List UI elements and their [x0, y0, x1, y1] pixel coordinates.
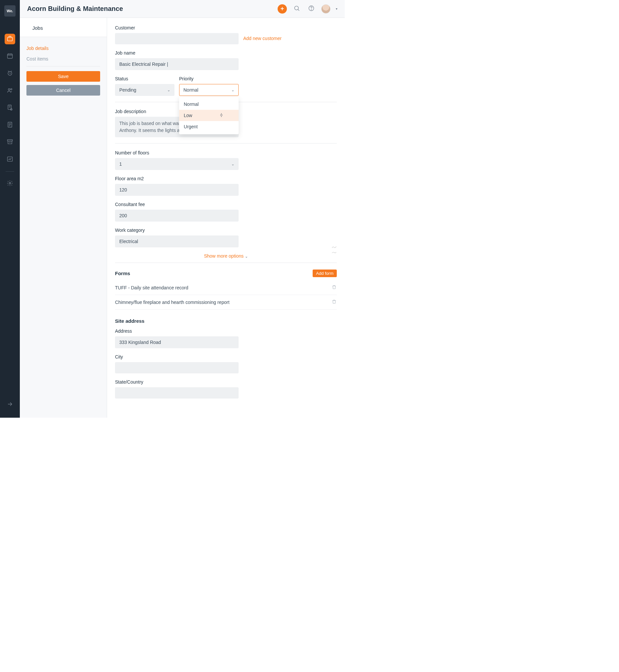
nav-jobs[interactable]	[5, 34, 15, 44]
priority-value: Normal	[184, 87, 198, 93]
chevron-down-icon: ⌄	[167, 88, 170, 92]
side-link-cost-items[interactable]: Cost items	[26, 54, 100, 64]
address-label: Address	[115, 328, 337, 334]
delete-form-button[interactable]	[332, 299, 337, 305]
archive-icon	[7, 138, 13, 146]
side-separator	[26, 66, 100, 66]
category-input[interactable]: Electrical	[115, 236, 238, 247]
add-form-button[interactable]: Add form	[313, 269, 337, 277]
chevron-down-icon: ⌄	[231, 88, 234, 92]
svg-point-4	[11, 88, 12, 89]
nav-collapse[interactable]	[5, 399, 15, 410]
category-label: Work category	[115, 228, 337, 233]
avatar[interactable]	[321, 4, 331, 13]
chevron-down-icon[interactable]: ▾	[336, 7, 337, 11]
help-button[interactable]	[307, 4, 316, 13]
nav-calendar[interactable]	[5, 51, 15, 62]
city-label: City	[115, 354, 337, 360]
fee-input[interactable]: 200	[115, 210, 238, 222]
job-name-input[interactable]: Basic Electrical Repair |	[115, 58, 238, 70]
city-input[interactable]	[115, 362, 238, 373]
area-input[interactable]: 120	[115, 184, 238, 196]
status-select[interactable]: Pending ⌄	[115, 84, 175, 96]
svg-point-10	[9, 182, 11, 184]
forms-heading: Forms	[115, 270, 130, 276]
page-title: Acorn Building & Maintenance	[27, 5, 123, 12]
address-input[interactable]: 333 Kingsland Road	[115, 336, 238, 348]
app-logo[interactable]: We.	[4, 5, 15, 16]
calendar-icon	[7, 53, 13, 60]
nav-rail: We.	[0, 0, 20, 418]
svg-rect-1	[8, 54, 12, 58]
fee-label: Consultant fee	[115, 202, 337, 207]
arrow-right-icon	[7, 401, 13, 409]
address-heading: Site address	[115, 318, 337, 324]
edit-scribble-icons	[332, 245, 337, 254]
customer-input[interactable]	[115, 33, 238, 44]
rail-divider	[6, 171, 14, 172]
priority-option-low[interactable]: Low	[179, 110, 238, 121]
priority-label: Priority	[179, 76, 238, 81]
help-icon	[308, 5, 315, 12]
plus-icon: +	[281, 5, 284, 12]
form-area: Customer Add new customer Job name Basic…	[107, 18, 345, 418]
floors-select[interactable]: 1 ⌄	[115, 158, 238, 170]
search-button[interactable]	[292, 4, 301, 13]
side-heading: Jobs	[20, 18, 107, 37]
gear-icon	[7, 180, 13, 187]
floors-value: 1	[119, 162, 122, 167]
alarm-icon	[7, 70, 13, 77]
side-link-job-details[interactable]: Job details	[26, 43, 100, 54]
svg-point-13	[311, 10, 312, 10]
invoice-icon	[7, 104, 13, 112]
add-button[interactable]: +	[278, 4, 287, 13]
form-item: Chimney/flue fireplace and hearth commis…	[115, 295, 337, 310]
form-item: TUFF - Daily site attendance record	[115, 281, 337, 295]
briefcase-icon	[7, 36, 13, 43]
cancel-button[interactable]: Cancel	[26, 85, 100, 96]
users-icon	[7, 87, 13, 95]
show-more-link[interactable]: Show more options ⌄	[204, 253, 248, 259]
svg-rect-8	[8, 139, 12, 141]
nav-reports[interactable]	[5, 154, 15, 165]
cursor-icon	[219, 112, 224, 118]
save-button[interactable]: Save	[26, 71, 100, 82]
form-item-label: Chimney/flue fireplace and hearth commis…	[115, 300, 229, 305]
show-more-label: Show more options	[204, 253, 244, 259]
delete-form-button[interactable]	[332, 285, 337, 291]
svg-rect-0	[8, 37, 12, 41]
search-icon	[293, 5, 300, 12]
trash-icon	[332, 300, 337, 305]
nav-quotes[interactable]	[5, 120, 15, 130]
side-panel: Jobs Job details Cost items Save Cancel	[20, 18, 107, 418]
status-label: Status	[115, 76, 175, 81]
floors-label: Number of floors	[115, 150, 337, 156]
form-item-label: TUFF - Daily site attendance record	[115, 285, 188, 290]
state-input[interactable]	[115, 387, 238, 399]
chevron-down-icon: ⌄	[245, 254, 248, 258]
status-value: Pending	[119, 87, 136, 93]
chevron-down-icon: ⌄	[231, 162, 234, 166]
priority-select[interactable]: Normal ⌄	[179, 84, 238, 96]
add-customer-link[interactable]: Add new customer	[243, 33, 282, 41]
trash-icon	[332, 286, 337, 291]
nav-reminders[interactable]	[5, 68, 15, 79]
job-name-label: Job name	[115, 50, 337, 56]
nav-invoices[interactable]	[5, 103, 15, 113]
chart-icon	[7, 156, 13, 163]
nav-settings[interactable]	[5, 178, 15, 189]
priority-menu: Normal Low Urgent	[179, 97, 238, 134]
svg-point-3	[8, 88, 10, 90]
priority-option-normal[interactable]: Normal	[179, 99, 238, 110]
document-icon	[7, 121, 13, 129]
nav-archive[interactable]	[5, 137, 15, 147]
nav-team[interactable]	[5, 85, 15, 96]
state-label: State/Country	[115, 379, 337, 385]
top-bar: Acorn Building & Maintenance + ▾	[20, 0, 345, 18]
customer-label: Customer	[115, 25, 337, 30]
svg-point-11	[294, 6, 298, 10]
priority-option-urgent[interactable]: Urgent	[179, 121, 238, 132]
area-label: Floor area m2	[115, 176, 337, 181]
